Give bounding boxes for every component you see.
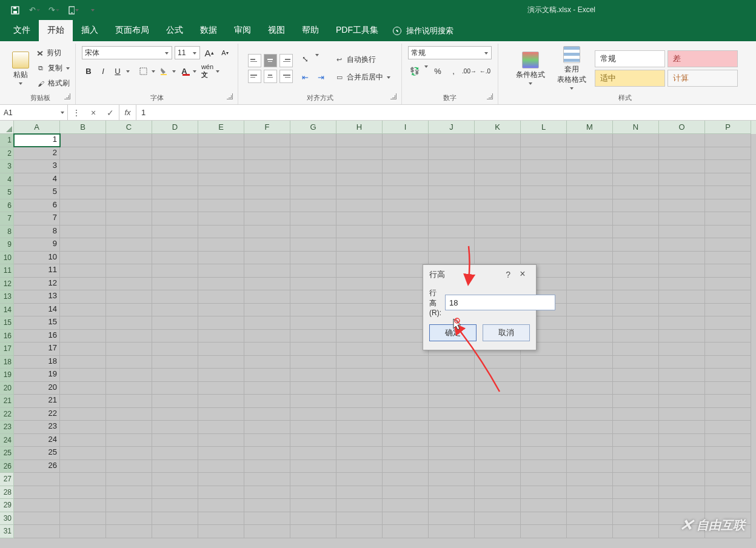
row-header-9[interactable]: 9 <box>0 238 14 252</box>
cell-F28[interactable] <box>244 486 290 500</box>
cell-C23[interactable] <box>106 421 152 434</box>
cell-E15[interactable] <box>198 316 244 330</box>
cell-H26[interactable] <box>336 460 383 473</box>
cell-P22[interactable] <box>705 408 751 421</box>
cell-L30[interactable] <box>521 512 567 526</box>
cell-A16[interactable]: 16 <box>14 330 60 343</box>
cell-J21[interactable] <box>429 395 475 408</box>
cell-N3[interactable] <box>613 160 659 173</box>
cell-N24[interactable] <box>613 434 659 447</box>
cell-A31[interactable] <box>14 525 60 538</box>
cell-N6[interactable] <box>613 199 659 213</box>
cell-D27[interactable] <box>152 473 198 486</box>
cell-J6[interactable] <box>429 199 475 213</box>
cell-E30[interactable] <box>198 512 244 526</box>
cell-N18[interactable] <box>613 356 659 369</box>
tab-data[interactable]: 数据 <box>192 19 226 41</box>
cell-B16[interactable] <box>60 330 106 343</box>
row-header-13[interactable]: 13 <box>0 290 14 304</box>
cell-E9[interactable] <box>198 238 244 252</box>
tab-home[interactable]: 开始 <box>39 19 73 41</box>
clipboard-launcher[interactable] <box>64 93 70 99</box>
cell-D12[interactable] <box>152 278 198 291</box>
cell-E11[interactable] <box>198 264 244 278</box>
row-header-15[interactable]: 15 <box>0 316 14 330</box>
cell-H13[interactable] <box>336 290 383 304</box>
cell-I5[interactable] <box>383 186 429 199</box>
cell-A30[interactable] <box>14 512 60 526</box>
cell-O7[interactable] <box>659 212 705 226</box>
cell-B21[interactable] <box>60 395 106 408</box>
col-header-O[interactable]: O <box>659 121 705 134</box>
cell-H20[interactable] <box>336 382 383 395</box>
qat-customize-icon[interactable] <box>87 5 98 16</box>
cell-C27[interactable] <box>106 473 152 486</box>
cell-F19[interactable] <box>244 369 290 382</box>
cell-B5[interactable] <box>60 186 106 199</box>
style-neutral[interactable]: 适中 <box>595 70 665 87</box>
cell-F24[interactable] <box>244 434 290 447</box>
cell-C5[interactable] <box>106 186 152 199</box>
cell-N14[interactable] <box>613 304 659 317</box>
cell-A21[interactable]: 21 <box>14 395 60 408</box>
cell-H17[interactable] <box>336 343 383 356</box>
align-launcher[interactable] <box>390 93 396 99</box>
cell-G11[interactable] <box>290 264 336 278</box>
style-normal[interactable]: 常规 <box>595 50 665 67</box>
cell-E7[interactable] <box>198 212 244 226</box>
orientation-button[interactable]: ⤡ <box>299 53 312 66</box>
tab-view[interactable]: 视图 <box>259 19 293 41</box>
cell-K23[interactable] <box>475 421 521 434</box>
conditional-format-button[interactable]: 条件格式 <box>512 50 549 87</box>
cell-N28[interactable] <box>613 486 659 500</box>
cell-D17[interactable] <box>152 343 198 356</box>
cell-N23[interactable] <box>613 421 659 434</box>
cell-C10[interactable] <box>106 252 152 265</box>
cell-P6[interactable] <box>705 199 751 213</box>
cell-P28[interactable] <box>705 486 751 500</box>
cell-F26[interactable] <box>244 460 290 473</box>
cell-O22[interactable] <box>659 408 705 421</box>
touch-mode-icon[interactable] <box>68 5 79 16</box>
cell-L31[interactable] <box>521 525 567 538</box>
cell-I28[interactable] <box>383 486 429 500</box>
cell-H4[interactable] <box>336 173 383 187</box>
cell-M26[interactable] <box>567 460 613 473</box>
cell-F25[interactable] <box>244 447 290 460</box>
cell-E25[interactable] <box>198 447 244 460</box>
cell-B6[interactable] <box>60 199 106 213</box>
cell-L26[interactable] <box>521 460 567 473</box>
cell-G28[interactable] <box>290 486 336 500</box>
cell-G3[interactable] <box>290 160 336 173</box>
cell-I3[interactable] <box>383 160 429 173</box>
cell-J1[interactable] <box>429 134 475 147</box>
cell-K27[interactable] <box>475 473 521 486</box>
row-header-30[interactable]: 30 <box>0 512 14 526</box>
cell-G7[interactable] <box>290 212 336 226</box>
cell-E3[interactable] <box>198 160 244 173</box>
cell-E12[interactable] <box>198 278 244 291</box>
cell-D3[interactable] <box>152 160 198 173</box>
cell-H23[interactable] <box>336 421 383 434</box>
cell-D30[interactable] <box>152 512 198 526</box>
row-header-11[interactable]: 11 <box>0 264 14 278</box>
cell-P1[interactable] <box>705 134 751 147</box>
align-bottom-center[interactable] <box>264 70 277 83</box>
row-header-21[interactable]: 21 <box>0 395 14 408</box>
cell-G19[interactable] <box>290 369 336 382</box>
cell-P16[interactable] <box>705 330 751 343</box>
cell-I24[interactable] <box>383 434 429 447</box>
cell-M4[interactable] <box>567 173 613 187</box>
tab-file[interactable]: 文件 <box>5 19 39 41</box>
number-launcher[interactable] <box>487 93 493 99</box>
row-header-12[interactable]: 12 <box>0 278 14 291</box>
cell-D8[interactable] <box>152 226 198 239</box>
cell-F2[interactable] <box>244 147 290 161</box>
cell-B27[interactable] <box>60 473 106 486</box>
row-header-14[interactable]: 14 <box>0 304 14 317</box>
cell-D16[interactable] <box>152 330 198 343</box>
cell-C17[interactable] <box>106 343 152 356</box>
cell-C28[interactable] <box>106 486 152 500</box>
cell-J8[interactable] <box>429 226 475 239</box>
border-dropdown[interactable] <box>152 69 156 73</box>
